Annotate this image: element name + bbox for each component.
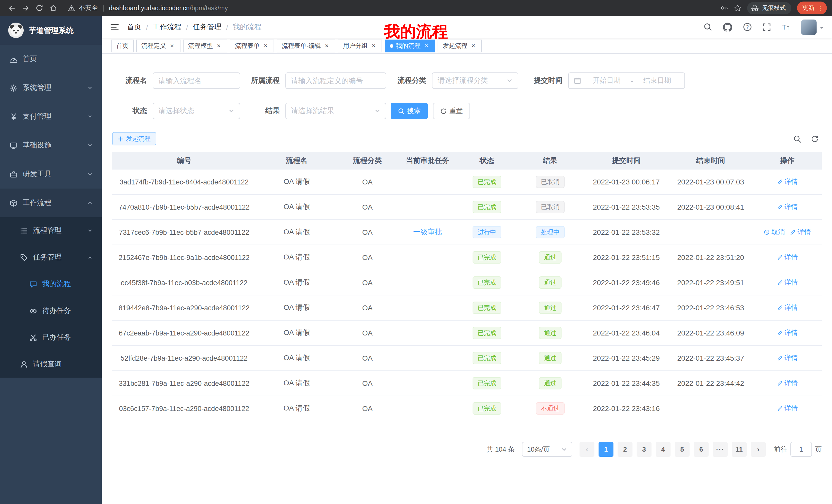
url-path: /bpm/task/my	[190, 4, 228, 11]
page-1-button[interactable]: 1	[599, 442, 614, 457]
sidebar-item-todo-tasks[interactable]: 待办任务	[0, 298, 102, 324]
close-icon[interactable]: ×	[262, 43, 269, 49]
close-icon[interactable]: ×	[323, 43, 330, 49]
process-name: OA 请假	[256, 278, 337, 287]
font-size-icon[interactable]: TT	[782, 23, 790, 31]
sidebar-item-leave-query[interactable]: 请假查询	[0, 351, 102, 377]
result-select[interactable]: 请选择流结果	[285, 103, 386, 119]
forward-button[interactable]	[19, 2, 32, 15]
user-menu[interactable]	[801, 19, 824, 35]
current-task-link[interactable]: 一级审批	[413, 228, 442, 236]
star-icon[interactable]	[734, 4, 742, 12]
create-process-button[interactable]: 发起流程	[112, 132, 156, 145]
address-bar[interactable]: 不安全 | dashboard.yudao.iocoder.cn/bpm/tas…	[68, 4, 714, 12]
detail-link[interactable]: 详情	[777, 404, 798, 413]
sidebar-item-label: 工作流程	[23, 198, 51, 207]
key-icon[interactable]	[721, 4, 728, 12]
close-icon[interactable]: ×	[470, 43, 477, 49]
process-category: OA	[337, 304, 397, 312]
search-button[interactable]: 搜索	[391, 103, 428, 119]
refresh-icon[interactable]	[811, 135, 818, 143]
detail-link[interactable]: 详情	[777, 253, 798, 262]
category-select[interactable]: 请选择流程分类	[432, 73, 518, 89]
avatar[interactable]	[801, 19, 816, 35]
sidebar-item-done-tasks[interactable]: 已办任务	[0, 324, 102, 351]
page-4-button[interactable]: 4	[656, 442, 671, 457]
parent-process-input[interactable]	[291, 77, 381, 85]
fullscreen-icon[interactable]	[762, 23, 771, 31]
breadcrumb-separator: /	[186, 23, 188, 31]
detail-link[interactable]: 详情	[777, 202, 798, 212]
close-icon[interactable]: ×	[169, 43, 175, 49]
breadcrumb-item[interactable]: 任务管理	[193, 22, 222, 32]
tab-home[interactable]: 首页	[111, 39, 134, 52]
breadcrumb-item[interactable]: 工作流程	[153, 22, 182, 32]
actions-cell: 详情	[753, 303, 822, 312]
cancel-link[interactable]: 取消	[763, 228, 785, 237]
process-id: 819442e8-7b9a-11ec-a290-acde48001122	[112, 304, 256, 312]
page-6-button[interactable]: 6	[694, 442, 709, 457]
process-name-input[interactable]	[158, 77, 234, 85]
sidebar-item-process-mgmt[interactable]: 流程管理	[0, 217, 102, 244]
sidebar-item-infrastructure[interactable]: 基础设施	[0, 131, 102, 160]
reload-button[interactable]	[33, 2, 46, 15]
detail-link[interactable]: 详情	[790, 228, 811, 237]
next-page-button[interactable]: ›	[751, 442, 766, 457]
end-time: 2022-01-22 23:46:53	[669, 304, 753, 312]
tab-user-group[interactable]: 用户分组×	[338, 39, 382, 52]
breadcrumb-item[interactable]: 首页	[127, 22, 141, 32]
close-icon[interactable]: ×	[423, 43, 430, 49]
tab-process-form-edit[interactable]: 流程表单-编辑×	[277, 39, 335, 52]
process-name: OA 请假	[256, 228, 337, 237]
status-tag: 已完成	[473, 276, 501, 289]
process-category: OA	[337, 278, 397, 287]
prev-page-button[interactable]: ‹	[579, 442, 594, 457]
tab-process-model[interactable]: 流程模型×	[183, 39, 227, 52]
detail-link[interactable]: 详情	[777, 303, 798, 312]
page-2-button[interactable]: 2	[618, 442, 632, 457]
status-select[interactable]: 请选择状态	[153, 103, 240, 119]
page-size-select[interactable]: 10条/页	[522, 442, 572, 457]
edit-icon	[777, 380, 783, 386]
sidebar-item-my-process[interactable]: 我的流程	[0, 271, 102, 298]
update-label: 更新	[802, 4, 814, 12]
reset-button[interactable]: 重置	[433, 103, 470, 119]
sidebar-item-system[interactable]: 系统管理	[0, 74, 102, 102]
more-pages-button[interactable]: ···	[713, 442, 728, 457]
main-area: 首页/工作流程/任务管理/我的流程 ? TT 首页流程定义×流程模型×流程表单×…	[102, 16, 832, 504]
search-toggle-icon[interactable]	[794, 135, 801, 143]
github-icon[interactable]	[723, 22, 732, 32]
sidebar-item-workflow[interactable]: 工作流程	[0, 189, 102, 217]
page-5-button[interactable]: 5	[675, 442, 690, 457]
status-cell: 已完成	[458, 402, 516, 415]
sidebar-item-home[interactable]: 首页	[0, 45, 102, 74]
search-icon[interactable]	[703, 23, 712, 31]
help-icon[interactable]: ?	[743, 23, 752, 31]
browser-menu-icon[interactable]: ⋮	[817, 4, 823, 11]
detail-link[interactable]: 详情	[777, 379, 798, 388]
result-tag: 通过	[539, 302, 562, 314]
detail-link[interactable]: 详情	[777, 354, 798, 363]
back-button[interactable]	[5, 2, 18, 15]
detail-link[interactable]: 详情	[777, 177, 798, 187]
hamburger-icon[interactable]	[110, 22, 119, 32]
actions-cell: 详情	[753, 354, 822, 363]
sidebar-item-payment[interactable]: 支付管理	[0, 102, 102, 131]
update-button[interactable]: 更新 ⋮	[797, 2, 827, 15]
tab-label: 发起流程	[443, 41, 467, 50]
goto-page-input[interactable]	[790, 442, 812, 457]
date-range-picker[interactable]: 开始日期 - 结束日期	[568, 73, 685, 89]
detail-link[interactable]: 详情	[777, 328, 798, 338]
home-button[interactable]	[47, 2, 60, 15]
omnibox-divider: |	[103, 4, 104, 11]
close-icon[interactable]: ×	[215, 43, 222, 49]
process-id: 52ffd28e-7b9a-11ec-a290-acde48001122	[112, 354, 256, 362]
sidebar-item-devtools[interactable]: 研发工具	[0, 160, 102, 189]
tab-process-form[interactable]: 流程表单×	[230, 39, 274, 52]
detail-link[interactable]: 详情	[777, 278, 798, 287]
page-3-button[interactable]: 3	[636, 442, 651, 457]
sidebar-item-task-mgmt[interactable]: 任务管理	[0, 244, 102, 271]
page-11-button[interactable]: 11	[732, 442, 747, 457]
tab-process-definition[interactable]: 流程定义×	[136, 39, 181, 52]
close-icon[interactable]: ×	[370, 43, 377, 49]
